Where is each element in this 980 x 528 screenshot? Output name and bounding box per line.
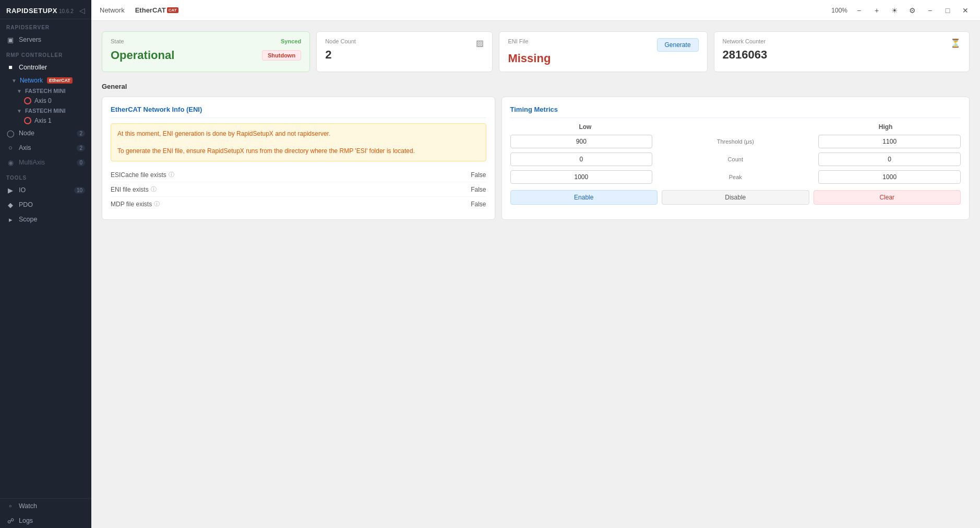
expand3-icon: ▼ xyxy=(17,108,22,114)
app-name: RAPIDSETUPX10.6.2 xyxy=(6,7,74,15)
settings-icon[interactable]: ⚙ xyxy=(906,4,918,17)
eni-warning-box: At this moment, ENI generation is done b… xyxy=(111,123,486,161)
panels-row: EtherCAT Network Info (ENI) At this mome… xyxy=(102,97,970,220)
sidebar-item-pdo[interactable]: ◆ PDO xyxy=(0,197,91,212)
timing-panel-title: Timing Metrics xyxy=(510,105,961,118)
file-info-icon[interactable]: ⓘ xyxy=(151,185,157,193)
state-value: Operational xyxy=(111,49,174,62)
eni-file-status: Missing xyxy=(508,52,551,65)
state-card-header: State Synced xyxy=(111,38,301,46)
timing-rows-container: Threshold (μs) Count Peak xyxy=(510,135,961,184)
sidebar-item-network[interactable]: ▼ Network EtherCAT xyxy=(0,75,91,86)
sidebar-item-fastech1[interactable]: ▼ FASTECH MINI xyxy=(0,86,91,96)
breadcrumb-network: Network xyxy=(100,6,125,14)
timing-row: Threshold (μs) xyxy=(510,135,961,148)
rapidserver-section-label: RAPIDSERVER xyxy=(0,19,91,32)
timing-panel: Timing Metrics Low High Threshold (μs) C… xyxy=(501,97,970,220)
brightness-icon[interactable]: ☀ xyxy=(888,4,901,17)
timing-high-input[interactable] xyxy=(818,152,961,166)
status-cards-row: State Synced Operational Shutdown Node C… xyxy=(102,31,970,72)
timing-btn-row: Enable Disable Clear xyxy=(510,190,961,205)
timing-row: Count xyxy=(510,152,961,166)
timing-low-input[interactable] xyxy=(510,170,653,184)
timing-high-input[interactable] xyxy=(818,170,961,184)
node-count-card: Node Count ▨ 2 xyxy=(316,31,493,72)
scope-icon: ▸ xyxy=(6,215,15,224)
content-area: State Synced Operational Shutdown Node C… xyxy=(91,21,980,528)
node-count-value: 2 xyxy=(325,48,331,61)
sidebar-bottom: ▫ Watch ☍ Logs xyxy=(0,498,91,528)
network-counter-card: Network Counter ⏳ 2816063 xyxy=(714,31,970,72)
sidebar-item-axis1[interactable]: Axis 1 xyxy=(0,115,91,126)
sidebar-item-fastech2[interactable]: ▼ FASTECH MINI xyxy=(0,106,91,115)
network-counter-header: Network Counter ⏳ xyxy=(723,38,961,48)
disable-button[interactable]: Disable xyxy=(662,190,809,205)
zoom-minus-button[interactable]: − xyxy=(853,4,865,17)
ethercat-tag: EtherCAT xyxy=(47,77,73,84)
shutdown-badge: Shutdown xyxy=(262,50,301,61)
axis1-dot xyxy=(24,117,31,124)
logs-icon: ☍ xyxy=(6,517,15,525)
general-section-label: General xyxy=(102,83,970,90)
sidebar-item-servers[interactable]: ▣ Servers xyxy=(0,32,91,47)
file-row: ENI file exists ⓘ False xyxy=(111,182,486,197)
file-info-icon[interactable]: ⓘ xyxy=(169,171,174,179)
enable-button[interactable]: Enable xyxy=(510,190,658,205)
network-counter-icon: ⏳ xyxy=(950,38,961,48)
timing-low-input[interactable] xyxy=(510,152,653,166)
file-label: ESICache file exists ⓘ xyxy=(111,171,174,179)
timing-row: Peak xyxy=(510,170,961,184)
expand2-icon: ▼ xyxy=(17,88,22,94)
state-card: State Synced Operational Shutdown xyxy=(102,31,310,72)
state-value-row: Operational Shutdown xyxy=(111,49,301,62)
maximize-button[interactable]: □ xyxy=(941,4,954,17)
timing-header-low: Low xyxy=(510,123,661,131)
timing-low-input[interactable] xyxy=(510,135,653,148)
sidebar-item-scope[interactable]: ▸ Scope xyxy=(0,212,91,227)
sidebar-item-io[interactable]: ▶ IO 10 xyxy=(0,183,91,197)
sidebar-item-axis[interactable]: ○ Axis 2 xyxy=(0,140,91,155)
warning-text-2: To generate the ENI file, ensure RapidSe… xyxy=(117,146,480,156)
expand-icon: ▼ xyxy=(11,78,17,84)
zoom-level: 100% xyxy=(831,7,847,14)
sidebar: RAPIDSETUPX10.6.2 ◁ RAPIDSERVER ▣ Server… xyxy=(0,0,91,528)
file-row: ESICache file exists ⓘ False xyxy=(111,168,486,182)
sidebar-collapse-button[interactable]: ◁ xyxy=(79,6,85,15)
controller-icon: ■ xyxy=(6,63,15,72)
timing-row-label: Threshold (μs) xyxy=(654,138,816,145)
ethercat-text: EtherCAT xyxy=(135,6,166,14)
sidebar-item-axis0[interactable]: Axis 0 xyxy=(0,96,91,106)
warning-text-1: At this moment, ENI generation is done b… xyxy=(117,129,480,138)
eni-panel-title: EtherCAT Network Info (ENI) xyxy=(111,105,486,118)
timing-row-label: Count xyxy=(654,156,816,162)
node-count-icon: ▨ xyxy=(476,38,484,48)
node-count-header: Node Count ▨ xyxy=(325,38,484,48)
network-counter-label: Network Counter xyxy=(723,38,766,44)
sidebar-item-watch[interactable]: ▫ Watch xyxy=(0,499,91,513)
file-label: MDP file exists ⓘ xyxy=(111,200,160,208)
generate-button[interactable]: Generate xyxy=(657,38,699,52)
clear-button[interactable]: Clear xyxy=(814,190,961,205)
axis0-dot xyxy=(24,97,31,104)
eni-files-list: ESICache file exists ⓘ False ENI file ex… xyxy=(111,168,486,211)
sidebar-item-node[interactable]: ◯ Node 2 xyxy=(0,126,91,140)
timing-high-input[interactable] xyxy=(818,135,961,148)
node-count-label: Node Count xyxy=(325,38,356,44)
node-icon: ◯ xyxy=(6,129,15,137)
timing-table: Low High Threshold (μs) Count Peak xyxy=(510,123,961,184)
eni-file-label: ENI File xyxy=(508,38,528,44)
pdo-icon: ◆ xyxy=(6,201,15,209)
axis-icon: ○ xyxy=(6,144,15,152)
file-row: MDP file exists ⓘ False xyxy=(111,197,486,211)
sidebar-item-multiaxis[interactable]: ◉ MultiAxis 0 xyxy=(0,155,91,170)
watch-icon: ▫ xyxy=(6,502,15,510)
zoom-plus-button[interactable]: + xyxy=(870,4,883,17)
sidebar-item-controller[interactable]: ■ Controller xyxy=(0,60,91,75)
server-icon: ▣ xyxy=(6,36,15,44)
file-info-icon[interactable]: ⓘ xyxy=(154,200,160,208)
minimize-button[interactable]: − xyxy=(924,4,936,17)
sidebar-item-logs[interactable]: ☍ Logs xyxy=(0,513,91,528)
titlebar-controls: 100% − + ☀ ⚙ − □ ✕ xyxy=(831,4,972,17)
tools-section-label: TOOLS xyxy=(0,170,91,183)
close-button[interactable]: ✕ xyxy=(959,4,972,17)
